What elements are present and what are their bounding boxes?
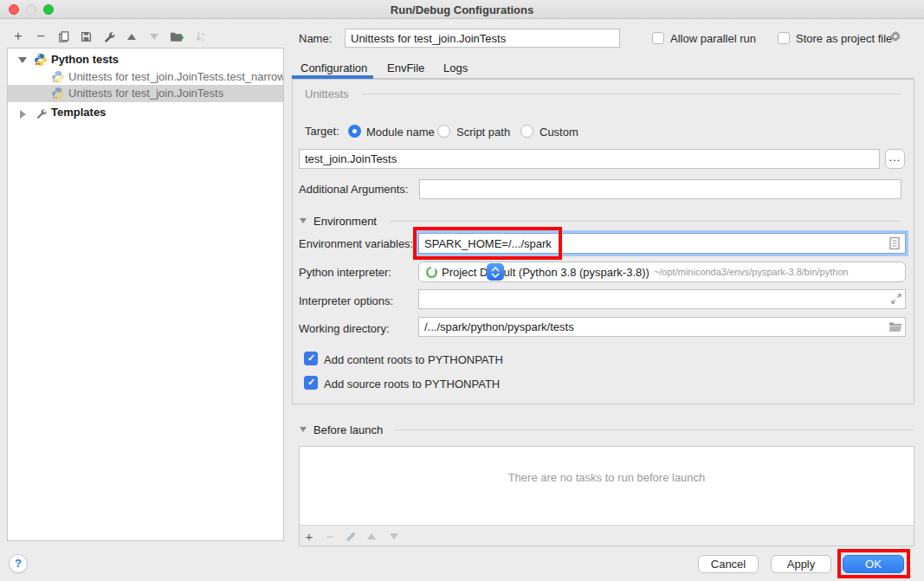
allow-parallel-run-checkbox[interactable] (652, 32, 664, 44)
radio-script-path[interactable] (437, 125, 450, 138)
browse-module-button[interactable]: ... (885, 149, 905, 169)
conda-environment-icon (425, 266, 438, 279)
annotation-highlight-ok-button (837, 549, 910, 578)
working-directory-label: Working directory: (299, 322, 390, 335)
name-label: Name: (299, 32, 332, 45)
expander-right-icon[interactable] (20, 110, 34, 121)
tab-logs[interactable]: Logs (443, 61, 468, 74)
python-test-config-icon (51, 70, 65, 84)
title-bar: Run/Debug Configurations (0, 0, 924, 19)
before-launch-task-list: There are no tasks to run before launch … (299, 446, 914, 546)
tree-item-templates[interactable]: Templates (8, 104, 283, 121)
add-source-roots-label: Add source roots to PYTHONPATH (324, 378, 500, 391)
expand-field-icon[interactable] (890, 293, 902, 305)
move-task-up-icon (364, 528, 379, 544)
window-title: Run/Debug Configurations (0, 3, 924, 16)
python-interpreter-path: ~/opt/miniconda3/envs/pyspark-3.8/bin/py… (654, 267, 849, 277)
combobox-stepper-icon[interactable] (487, 263, 504, 281)
environment-section-label: Environment (313, 215, 377, 228)
store-as-project-file-label: Store as project file (796, 32, 892, 45)
python-tests-icon (34, 53, 48, 67)
add-source-roots-checkbox[interactable] (304, 376, 318, 390)
run-debug-configurations-dialog: Run/Debug Configurations + − az Python t… (0, 0, 924, 581)
tab-envfile[interactable]: EnvFile (387, 61, 424, 74)
tree-item-unittests-jointests-selected[interactable]: Unittests for test_join.JoinTests (8, 85, 283, 102)
tree-item-label: Unittests for test_join.JoinTests.test_n… (68, 68, 283, 86)
before-launch-section-label: Before launch (313, 423, 383, 436)
interpreter-options-input[interactable] (418, 289, 906, 309)
unittests-group-rule (362, 94, 901, 94)
remove-configuration-icon[interactable]: − (33, 29, 48, 44)
tab-configuration[interactable]: Configuration (300, 61, 367, 74)
apply-button[interactable]: Apply (771, 555, 831, 573)
tree-item-label: Templates (51, 104, 106, 121)
target-label: Target: (305, 125, 339, 138)
browse-env-vars-icon[interactable] (888, 236, 901, 250)
python-interpreter-value: Project Default (Python 3.8 (pyspark-3.8… (442, 266, 649, 279)
add-content-roots-label: Add content roots to PYTHONPATH (324, 353, 503, 366)
move-down-icon[interactable] (146, 29, 162, 44)
python-test-config-icon (51, 87, 65, 100)
browse-folder-icon[interactable] (888, 321, 902, 332)
svg-text:a: a (201, 30, 204, 36)
additional-arguments-input[interactable] (419, 179, 901, 199)
environment-variables-label: Environment variables: (299, 237, 413, 250)
edit-task-pencil-icon (343, 528, 359, 544)
save-configuration-icon[interactable] (78, 29, 94, 44)
python-interpreter-label: Python interpreter: (299, 266, 391, 279)
unittests-group-label: Unittests (305, 87, 349, 100)
module-name-input[interactable] (299, 149, 880, 169)
before-launch-section-rule (395, 429, 914, 430)
no-tasks-message: There are no tasks to run before launch (300, 471, 914, 484)
radio-module-name[interactable] (348, 125, 361, 138)
allow-parallel-run-label: Allow parallel run (670, 32, 756, 45)
environment-section-rule (390, 221, 901, 222)
help-button[interactable]: ? (9, 554, 28, 573)
before-launch-collapse-icon[interactable] (300, 427, 307, 432)
store-as-project-file-checkbox[interactable] (778, 32, 790, 44)
environment-collapse-icon[interactable] (300, 218, 307, 223)
tree-item-label: Unittests for test_join.JoinTests (68, 85, 223, 102)
cancel-button[interactable]: Cancel (698, 555, 759, 573)
radio-custom-label: Custom (540, 126, 578, 139)
remove-task-icon: − (322, 528, 338, 544)
additional-arguments-label: Additional Arguments: (299, 183, 408, 196)
move-task-down-icon (386, 528, 402, 544)
tree-item-python-tests[interactable]: Python tests (8, 51, 283, 68)
templates-wrench-icon (36, 107, 49, 121)
copy-configuration-icon[interactable] (55, 29, 71, 44)
task-list-toolbar: + − (300, 525, 914, 545)
radio-custom[interactable] (520, 125, 533, 138)
new-folder-icon[interactable] (169, 29, 184, 44)
working-directory-input[interactable] (418, 317, 906, 337)
radio-module-name-label: Module name (366, 126, 435, 139)
annotation-highlight-env-vars (413, 227, 562, 260)
svg-text:z: z (201, 36, 204, 42)
edit-templates-wrench-icon[interactable] (101, 29, 117, 44)
add-content-roots-checkbox[interactable] (304, 352, 318, 365)
gear-icon[interactable] (888, 29, 902, 43)
tree-item-label: Python tests (51, 51, 119, 68)
sort-configurations-icon: az (193, 29, 209, 44)
radio-script-path-label: Script path (456, 126, 510, 139)
add-configuration-icon[interactable]: + (10, 29, 26, 44)
configurations-tree: Python tests Unittests for test_join.Joi… (7, 48, 284, 541)
interpreter-options-label: Interpreter options: (299, 294, 393, 307)
add-task-icon[interactable]: + (301, 528, 317, 544)
name-input[interactable] (345, 29, 620, 48)
expander-down-icon[interactable] (18, 57, 32, 68)
tree-item-unittests-test-narrow[interactable]: Unittests for test_join.JoinTests.test_n… (8, 68, 283, 86)
move-up-icon[interactable] (124, 29, 139, 44)
